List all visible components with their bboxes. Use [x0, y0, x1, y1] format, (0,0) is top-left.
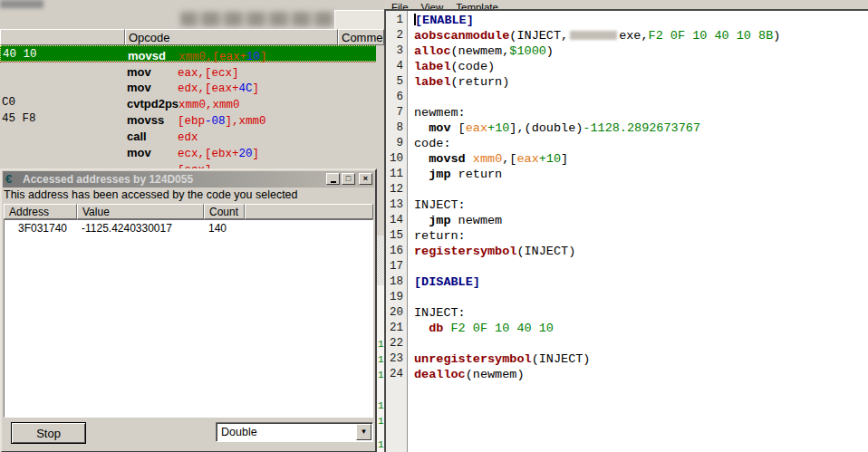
editor-body: 123456789101112131415161718192021222324 … — [384, 9, 868, 452]
mnemonic: mov — [127, 81, 178, 94]
menu-item-file[interactable]: File — [391, 2, 409, 9]
stop-button[interactable]: Stop — [11, 422, 86, 444]
close-button[interactable]: × — [359, 173, 372, 185]
line-number: 1 — [386, 13, 407, 28]
window-buttons: □ × — [324, 173, 372, 185]
scrollbar-track[interactable] — [376, 236, 384, 285]
script-token: ],(double) — [509, 121, 583, 135]
disasm-row[interactable]: calledx — [0, 127, 384, 143]
line-number: 15 — [386, 228, 407, 244]
script-token — [414, 121, 429, 135]
script-token: [ENABLE] — [415, 14, 474, 27]
menu-item-template[interactable]: Template — [456, 2, 498, 9]
maximize-icon: □ — [346, 175, 351, 183]
mnemonic: cvtpd2ps — [127, 97, 178, 111]
disasm-row[interactable]: 40 10movsdxmm0,[eax+10] — [0, 45, 384, 62]
value-type-dropdown[interactable]: Double ▼ — [216, 422, 373, 442]
disasm-row[interactable]: [ecx] — [0, 159, 384, 168]
operand-token: xmm0,xmm0 — [178, 99, 240, 111]
address-row[interactable]: 3F031740-1125.4240330017140 — [5, 220, 372, 236]
accessed-addresses-window: € Accessed addresses by 124D055 □ × This… — [0, 168, 377, 452]
chevron-down-icon: ▼ — [361, 428, 368, 436]
cheat-engine-icon: € — [5, 172, 12, 186]
popup-bottombar: Stop Double ▼ — [2, 418, 375, 451]
disasm-row[interactable]: movedx,[eax+4C] — [0, 78, 384, 94]
line-number: 9 — [386, 136, 407, 151]
script-token: newmem: — [414, 106, 466, 120]
script-token: ] — [561, 152, 568, 166]
script-line: return: — [414, 228, 868, 244]
script-token: return: — [414, 229, 466, 243]
script-line: unregistersymbol(INJECT) — [414, 351, 868, 367]
script-token: F2 0F 10 40 10 8B — [649, 29, 774, 43]
operand-token: 4C — [239, 82, 253, 95]
disasm-col-comment[interactable]: Comment — [338, 29, 384, 45]
popup-title: Accessed addresses by 124D055 — [23, 173, 193, 186]
operand-token: ],xmm0 — [226, 115, 266, 128]
script-token: alloc — [414, 44, 451, 58]
script-line: aobscanmodule(INJECT,exe,F2 0F 10 40 10 … — [414, 28, 868, 43]
operand-token: [ebp — [178, 115, 205, 128]
auto-assembler-panel: FileViewTemplate 12345678910111213141516… — [384, 0, 868, 452]
censored-window-title-blur — [0, 0, 43, 8]
opcode-bytes: 40 10 — [3, 48, 37, 61]
line-number: 4 — [386, 59, 407, 74]
operands: xmm0,xmm0 — [178, 99, 240, 111]
script-line: [ENABLE] — [414, 13, 868, 28]
disasm-col-address[interactable] — [0, 29, 125, 45]
script-line: movsd xmm0,[eax+10] — [414, 151, 868, 167]
disasm-row[interactable]: 45 F8movss[ebp-08],xmm0 — [0, 111, 384, 127]
popup-titlebar[interactable]: € Accessed addresses by 124D055 □ × — [3, 171, 374, 188]
address-cell: 3F031740 — [5, 222, 78, 236]
col-header-blank[interactable] — [245, 204, 373, 219]
menu-item-view[interactable]: View — [421, 2, 444, 9]
script-line: jmp newmem — [414, 213, 868, 228]
script-token: (INJECT, — [509, 29, 568, 43]
address-list[interactable]: 3F031740-1125.4240330017140 — [4, 219, 373, 418]
minimize-button[interactable] — [326, 173, 340, 185]
disasm-col-opcode[interactable]: Opcode — [125, 29, 338, 45]
background-window-sliver — [376, 285, 384, 452]
background-marker: 1 — [378, 417, 384, 427]
toolbar-strip — [0, 0, 384, 29]
value-cell: -1125.4240330017 — [78, 222, 205, 236]
script-token: registersymbol — [414, 245, 516, 258]
disasm-row[interactable]: movecx,[ebx+20] — [0, 143, 384, 159]
line-number: 17 — [386, 259, 407, 274]
script-token: (return) — [451, 75, 510, 89]
script-text-area[interactable]: [ENABLE]aobscanmodule(INJECT,exe,F2 0F 1… — [409, 11, 868, 452]
disasm-row[interactable]: C0cvtpd2psxmm0,xmm0 — [0, 94, 384, 111]
script-token: exe, — [619, 29, 648, 43]
line-number: 12 — [386, 182, 407, 197]
script-token: newmem — [451, 214, 503, 227]
mnemonic: mov — [127, 146, 178, 159]
minimize-icon — [331, 181, 336, 183]
disasm-listing[interactable]: 40 10movsdxmm0,[eax+10]moveax,[ecx]moved… — [0, 45, 384, 168]
line-number: 18 — [386, 274, 407, 290]
script-line: dealloc(newmem) — [414, 367, 868, 382]
col-header-address[interactable]: Address — [4, 204, 77, 219]
script-token: eax — [466, 121, 487, 135]
disasm-row[interactable]: moveax,[ecx] — [0, 62, 384, 78]
background-marker: 1 — [378, 370, 384, 380]
script-token: movsd — [429, 152, 466, 166]
script-token: unregistersymbol — [414, 352, 532, 366]
toolbar-field — [334, 10, 385, 30]
script-token: $1000 — [509, 44, 546, 58]
script-token: (newmem) — [466, 368, 525, 381]
count-cell: 140 — [205, 222, 246, 236]
background-marker: 1 — [378, 355, 384, 365]
script-line: registersymbol(INJECT) — [414, 244, 868, 259]
script-token: ) — [773, 29, 780, 43]
col-header-value[interactable]: Value — [77, 204, 204, 219]
script-token — [466, 152, 473, 166]
script-token — [414, 152, 429, 166]
close-icon: × — [363, 175, 368, 183]
disasm-scrollbar[interactable]: 111111 — [376, 45, 384, 452]
script-line: label(return) — [414, 74, 868, 90]
dropdown-button[interactable]: ▼ — [356, 424, 371, 440]
col-header-count[interactable]: Count — [204, 204, 245, 219]
maximize-button[interactable]: □ — [342, 173, 355, 185]
value-type-selected: Double — [221, 426, 257, 438]
mnemonic: call — [127, 130, 178, 143]
